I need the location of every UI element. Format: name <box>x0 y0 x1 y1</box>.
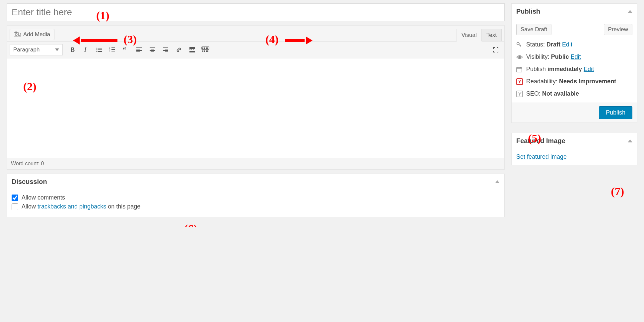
svg-rect-27 <box>165 49 168 49</box>
svg-rect-22 <box>150 47 155 48</box>
svg-rect-34 <box>189 51 195 52</box>
pingbacks-prefix: Allow <box>22 203 37 210</box>
toolbar-toggle-button[interactable] <box>199 44 211 55</box>
readability-row: Y Readability: Needs improvement <box>516 78 632 85</box>
seo-label: SEO: <box>526 90 542 97</box>
italic-button[interactable]: I <box>80 44 92 55</box>
tab-visual[interactable]: Visual <box>457 29 482 41</box>
discussion-header[interactable]: Discussion <box>7 174 504 190</box>
svg-rect-30 <box>189 47 195 49</box>
add-media-button[interactable]: Add Media <box>10 29 54 40</box>
featured-header[interactable]: Featured Image <box>512 133 637 149</box>
svg-rect-24 <box>150 50 155 51</box>
editor-tabs: Visual Text <box>457 29 502 41</box>
add-media-label: Add Media <box>23 31 50 38</box>
allow-pingbacks-label: Allow trackbacks and pingbacks on this p… <box>22 203 140 210</box>
fullscreen-button[interactable] <box>490 44 502 55</box>
svg-rect-16 <box>111 51 115 51</box>
align-center-button[interactable] <box>146 44 158 55</box>
eye-icon <box>516 55 523 59</box>
discussion-postbox: Discussion Allow comments Allow trackbac… <box>7 174 505 217</box>
allow-comments-checkbox[interactable] <box>12 195 18 201</box>
svg-rect-23 <box>151 49 154 49</box>
svg-rect-18 <box>136 47 142 48</box>
svg-rect-8 <box>98 49 102 50</box>
pingbacks-link[interactable]: trackbacks and pingbacks <box>37 203 106 210</box>
discussion-title: Discussion <box>12 178 47 186</box>
editor-content[interactable] <box>7 58 504 158</box>
link-button[interactable] <box>173 44 185 55</box>
schedule-edit-link[interactable]: Edit <box>584 66 594 72</box>
svg-rect-36 <box>202 47 203 49</box>
status-value: Draft <box>546 41 560 48</box>
publish-header[interactable]: Publish <box>512 4 637 19</box>
align-left-button[interactable] <box>133 44 145 55</box>
svg-rect-28 <box>163 50 168 51</box>
svg-rect-14 <box>111 49 115 50</box>
annotation-6: (6) <box>184 222 197 227</box>
key-icon <box>516 42 523 48</box>
allow-comments-row[interactable]: Allow comments <box>12 194 500 201</box>
align-right-button[interactable] <box>160 44 172 55</box>
collapse-icon <box>495 180 500 183</box>
format-select[interactable]: Paragraph <box>10 44 63 55</box>
svg-point-7 <box>97 49 98 50</box>
word-count-value: 0 <box>41 161 44 166</box>
preview-button[interactable]: Preview <box>604 24 632 35</box>
svg-text:“: “ <box>123 46 126 53</box>
svg-rect-6 <box>98 48 102 48</box>
save-draft-button[interactable]: Save Draft <box>516 24 551 35</box>
number-list-button[interactable]: 123 <box>107 44 118 55</box>
tab-text[interactable]: Text <box>482 29 502 41</box>
status-edit-link[interactable]: Edit <box>562 41 572 48</box>
svg-rect-19 <box>136 49 140 49</box>
svg-text:B: B <box>71 46 75 53</box>
publish-button[interactable]: Publish <box>599 106 632 119</box>
svg-point-1 <box>15 34 17 36</box>
svg-rect-33 <box>193 49 194 50</box>
featured-image-postbox: Featured Image Set featured image <box>511 133 637 165</box>
readmore-button[interactable] <box>186 44 198 55</box>
calendar-icon <box>516 66 523 72</box>
set-featured-image-link[interactable]: Set featured image <box>516 153 567 160</box>
svg-rect-42 <box>206 50 207 52</box>
publish-title: Publish <box>516 8 540 15</box>
status-row: Status: Draft Edit <box>516 41 632 48</box>
status-label: Status: <box>526 41 546 48</box>
svg-point-5 <box>97 48 98 49</box>
svg-rect-25 <box>151 51 154 52</box>
allow-pingbacks-checkbox[interactable] <box>12 203 18 210</box>
svg-rect-39 <box>207 47 208 49</box>
svg-rect-12 <box>111 47 115 48</box>
svg-rect-20 <box>136 50 142 51</box>
bullet-list-button[interactable] <box>93 44 105 55</box>
bold-button[interactable]: B <box>67 44 79 55</box>
svg-rect-10 <box>98 51 102 52</box>
chevron-down-icon <box>55 48 59 51</box>
schedule-value: immediately <box>547 66 582 72</box>
word-count-label: Word count: <box>11 161 41 166</box>
yoast-readability-icon: Y <box>516 78 523 85</box>
svg-rect-29 <box>165 51 168 52</box>
blockquote-button[interactable]: “ <box>120 44 132 55</box>
svg-rect-31 <box>189 49 190 50</box>
camera-music-icon <box>14 32 21 38</box>
status-bar: Word count: 0 <box>7 158 504 169</box>
visibility-label: Visibility: <box>526 53 551 60</box>
visibility-row: Visibility: Public Edit <box>516 53 632 60</box>
svg-rect-37 <box>204 47 205 49</box>
svg-rect-43 <box>207 50 208 52</box>
readability-label: Readability: <box>526 78 559 85</box>
svg-text:3: 3 <box>109 50 110 52</box>
readability-value: Needs improvement <box>559 78 616 85</box>
svg-rect-2 <box>15 32 17 33</box>
svg-rect-46 <box>517 67 522 72</box>
schedule-row: Publish immediately Edit <box>516 66 632 73</box>
visibility-value: Public <box>551 53 569 60</box>
svg-rect-38 <box>206 47 207 49</box>
svg-point-45 <box>519 56 521 58</box>
allow-pingbacks-row[interactable]: Allow trackbacks and pingbacks on this p… <box>12 203 500 210</box>
visibility-edit-link[interactable]: Edit <box>571 53 581 60</box>
title-input[interactable] <box>7 3 505 21</box>
svg-rect-26 <box>163 47 168 48</box>
